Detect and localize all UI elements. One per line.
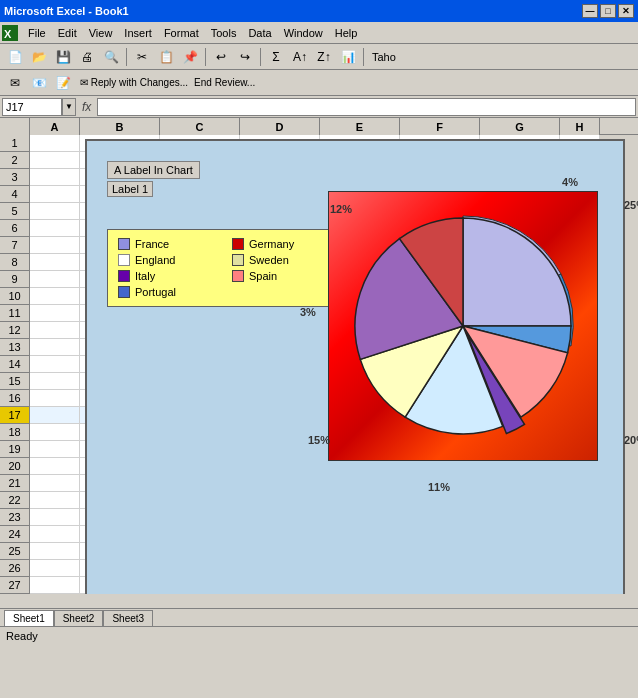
menu-data[interactable]: Data bbox=[242, 25, 277, 41]
cell-r1c1[interactable] bbox=[30, 135, 80, 152]
cell-r2c1[interactable] bbox=[30, 152, 80, 169]
row-17[interactable]: 17 bbox=[0, 407, 30, 424]
undo-button[interactable]: ↩ bbox=[210, 47, 232, 67]
cell-r23c1[interactable] bbox=[30, 509, 80, 526]
cell-r26c1[interactable] bbox=[30, 560, 80, 577]
maximize-button[interactable]: □ bbox=[600, 4, 616, 18]
name-box-dropdown[interactable]: ▼ bbox=[62, 98, 76, 116]
sort-desc-button[interactable]: Z↑ bbox=[313, 47, 335, 67]
cell-r22c1[interactable] bbox=[30, 492, 80, 509]
col-f[interactable]: F bbox=[400, 118, 480, 135]
row-15[interactable]: 15 bbox=[0, 373, 30, 390]
row-12[interactable]: 12 bbox=[0, 322, 30, 339]
reply2-button[interactable]: 📧 bbox=[28, 73, 50, 93]
row-2[interactable]: 2 bbox=[0, 152, 30, 169]
row-21[interactable]: 21 bbox=[0, 475, 30, 492]
cell-r12c1[interactable] bbox=[30, 322, 80, 339]
cell-r20c1[interactable] bbox=[30, 458, 80, 475]
row-7[interactable]: 7 bbox=[0, 237, 30, 254]
cell-r7c1[interactable] bbox=[30, 237, 80, 254]
redo-button[interactable]: ↪ bbox=[234, 47, 256, 67]
cell-r6c1[interactable] bbox=[30, 220, 80, 237]
menu-insert[interactable]: Insert bbox=[118, 25, 158, 41]
row-11[interactable]: 11 bbox=[0, 305, 30, 322]
row-14[interactable]: 14 bbox=[0, 356, 30, 373]
pie-slice-0[interactable] bbox=[463, 218, 571, 326]
menu-edit[interactable]: Edit bbox=[52, 25, 83, 41]
row-20[interactable]: 20 bbox=[0, 458, 30, 475]
review-button[interactable]: 📝 bbox=[52, 73, 74, 93]
formula-input[interactable] bbox=[97, 98, 636, 116]
chart-container[interactable]: A Label In Chart Label 1 France Germany bbox=[85, 139, 625, 594]
row-8[interactable]: 8 bbox=[0, 254, 30, 271]
row-25[interactable]: 25 bbox=[0, 543, 30, 560]
col-a[interactable]: A bbox=[30, 118, 80, 135]
row-9[interactable]: 9 bbox=[0, 271, 30, 288]
row-13[interactable]: 13 bbox=[0, 339, 30, 356]
cell-r14c1[interactable] bbox=[30, 356, 80, 373]
row-6[interactable]: 6 bbox=[0, 220, 30, 237]
cell-r5c1[interactable] bbox=[30, 203, 80, 220]
tab-sheet2[interactable]: Sheet2 bbox=[54, 610, 104, 626]
chart-wizard-button[interactable]: 📊 bbox=[337, 47, 359, 67]
row-3[interactable]: 3 bbox=[0, 169, 30, 186]
tab-sheet3[interactable]: Sheet3 bbox=[103, 610, 153, 626]
row-16[interactable]: 16 bbox=[0, 390, 30, 407]
reply-label: ✉ Reply with Changes... bbox=[76, 77, 192, 88]
row-22[interactable]: 22 bbox=[0, 492, 30, 509]
menu-tools[interactable]: Tools bbox=[205, 25, 243, 41]
cell-r21c1[interactable] bbox=[30, 475, 80, 492]
reply-button[interactable]: ✉ bbox=[4, 73, 26, 93]
preview-button[interactable]: 🔍 bbox=[100, 47, 122, 67]
menu-help[interactable]: Help bbox=[329, 25, 364, 41]
menu-file[interactable]: File bbox=[22, 25, 52, 41]
cut-button[interactable]: ✂ bbox=[131, 47, 153, 67]
cell-r24c1[interactable] bbox=[30, 526, 80, 543]
sort-asc-button[interactable]: A↑ bbox=[289, 47, 311, 67]
cell-r13c1[interactable] bbox=[30, 339, 80, 356]
row-1[interactable]: 1 bbox=[0, 135, 30, 152]
tab-sheet1[interactable]: Sheet1 bbox=[4, 610, 54, 626]
row-23[interactable]: 23 bbox=[0, 509, 30, 526]
name-box[interactable]: J17 bbox=[2, 98, 62, 116]
row-18[interactable]: 18 bbox=[0, 424, 30, 441]
cell-r27c1[interactable] bbox=[30, 577, 80, 594]
col-b[interactable]: B bbox=[80, 118, 160, 135]
cell-r17c1[interactable] bbox=[30, 407, 80, 424]
cell-r8c1[interactable] bbox=[30, 254, 80, 271]
cell-r10c1[interactable] bbox=[30, 288, 80, 305]
col-g[interactable]: G bbox=[480, 118, 560, 135]
col-d[interactable]: D bbox=[240, 118, 320, 135]
row-27[interactable]: 27 bbox=[0, 577, 30, 594]
cell-r3c1[interactable] bbox=[30, 169, 80, 186]
cell-r25c1[interactable] bbox=[30, 543, 80, 560]
row-19[interactable]: 19 bbox=[0, 441, 30, 458]
cell-r15c1[interactable] bbox=[30, 373, 80, 390]
sum-button[interactable]: Σ bbox=[265, 47, 287, 67]
print-button[interactable]: 🖨 bbox=[76, 47, 98, 67]
row-4[interactable]: 4 bbox=[0, 186, 30, 203]
cell-r18c1[interactable] bbox=[30, 424, 80, 441]
cell-r16c1[interactable] bbox=[30, 390, 80, 407]
cell-r19c1[interactable] bbox=[30, 441, 80, 458]
menu-window[interactable]: Window bbox=[278, 25, 329, 41]
open-button[interactable]: 📂 bbox=[28, 47, 50, 67]
cell-r4c1[interactable] bbox=[30, 186, 80, 203]
new-button[interactable]: 📄 bbox=[4, 47, 26, 67]
cell-r9c1[interactable] bbox=[30, 271, 80, 288]
col-c[interactable]: C bbox=[160, 118, 240, 135]
close-button[interactable]: ✕ bbox=[618, 4, 634, 18]
paste-button[interactable]: 📌 bbox=[179, 47, 201, 67]
menu-format[interactable]: Format bbox=[158, 25, 205, 41]
menu-view[interactable]: View bbox=[83, 25, 119, 41]
col-e[interactable]: E bbox=[320, 118, 400, 135]
row-24[interactable]: 24 bbox=[0, 526, 30, 543]
row-5[interactable]: 5 bbox=[0, 203, 30, 220]
copy-button[interactable]: 📋 bbox=[155, 47, 177, 67]
minimize-button[interactable]: — bbox=[582, 4, 598, 18]
col-h[interactable]: H bbox=[560, 118, 600, 135]
cell-r11c1[interactable] bbox=[30, 305, 80, 322]
row-10[interactable]: 10 bbox=[0, 288, 30, 305]
save-button[interactable]: 💾 bbox=[52, 47, 74, 67]
row-26[interactable]: 26 bbox=[0, 560, 30, 577]
